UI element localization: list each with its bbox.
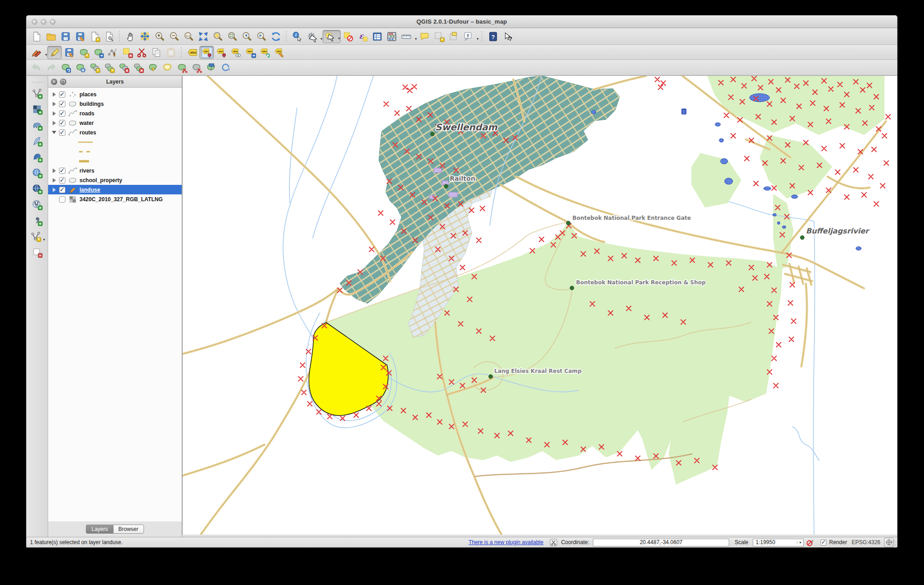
add-raster-layer-icon[interactable]: [29, 102, 45, 117]
layer-visibility-checkbox[interactable]: [59, 168, 65, 174]
expand-icon[interactable]: [51, 178, 57, 183]
split-features-icon[interactable]: [174, 61, 189, 74]
split-parts-icon[interactable]: [189, 61, 204, 74]
layer-visibility-checkbox[interactable]: [59, 120, 65, 126]
add-wcs-layer-icon[interactable]: [29, 181, 45, 196]
remove-layer-icon[interactable]: [29, 245, 45, 260]
titlebar[interactable]: QGIS 2.0.1-Dufour – basic_map: [26, 15, 897, 28]
expand-icon[interactable]: [51, 188, 57, 192]
move-label-icon[interactable]: abc: [243, 46, 258, 59]
node-tool-icon[interactable]: [105, 46, 120, 59]
zoom-window-button[interactable]: [50, 19, 55, 25]
zoom-full-icon[interactable]: [196, 30, 210, 43]
save-project-icon[interactable]: [58, 30, 73, 43]
plugin-available-link[interactable]: There is a new plugin available: [468, 539, 543, 545]
plugin-icon[interactable]: [550, 539, 557, 546]
show-bookmarks-icon[interactable]: [446, 30, 461, 43]
move-feature-icon[interactable]: [91, 46, 105, 59]
delete-part-icon[interactable]: [131, 61, 145, 74]
zoom-next-icon[interactable]: [254, 30, 268, 43]
new-shapefile-layer-icon[interactable]: *▼: [29, 229, 45, 244]
rotate-feature-icon[interactable]: [58, 61, 73, 74]
new-print-composer-icon[interactable]: *: [87, 30, 102, 43]
simplify-feature-icon[interactable]: [73, 61, 87, 74]
layer-visibility-checkbox[interactable]: [59, 101, 65, 107]
toggle-editing-icon[interactable]: [47, 46, 62, 59]
layer-item-water[interactable]: water: [48, 118, 182, 128]
add-ring-icon[interactable]: *: [87, 61, 102, 74]
layer-item-roads[interactable]: roads: [48, 109, 182, 118]
layer-visibility-checkbox[interactable]: [59, 177, 65, 183]
cut-features-icon[interactable]: [134, 46, 149, 59]
zoom-last-icon[interactable]: [239, 30, 254, 43]
expand-icon[interactable]: [51, 131, 57, 134]
add-wfs-layer-icon[interactable]: [29, 197, 45, 212]
layer-visibility-checkbox[interactable]: [59, 91, 65, 98]
expand-icon[interactable]: [51, 121, 57, 125]
delete-selected-icon[interactable]: [120, 46, 134, 59]
open-project-icon[interactable]: [44, 30, 58, 43]
add-delimited-text-layer-icon[interactable]: [29, 213, 45, 228]
change-label-icon[interactable]: abc: [272, 46, 287, 59]
zoom-to-selection-icon[interactable]: [210, 30, 225, 43]
labeling-icon[interactable]: abc: [185, 46, 199, 59]
expand-icon[interactable]: [51, 169, 57, 173]
coordinate-input[interactable]: [593, 539, 729, 546]
text-annotation-icon[interactable]: T▼: [461, 30, 479, 43]
toolbar-drag-handle[interactable]: [32, 80, 42, 84]
tab-layers[interactable]: Layers: [86, 525, 113, 534]
whats-this-icon[interactable]: ?: [500, 30, 515, 43]
map-tips-icon[interactable]: [417, 30, 432, 43]
layer-item-buildings[interactable]: buildings: [48, 99, 182, 109]
add-spatialite-layer-icon[interactable]: [29, 134, 45, 149]
composer-manager-icon[interactable]: [102, 30, 116, 43]
current-edits-icon[interactable]: ▼: [29, 46, 47, 59]
help-icon[interactable]: ?: [486, 30, 500, 43]
stop-render-icon[interactable]: [806, 539, 814, 546]
offset-curve-icon[interactable]: [160, 61, 174, 74]
new-bookmark-icon[interactable]: *: [432, 30, 446, 43]
field-calculator-icon[interactable]: [384, 30, 399, 43]
add-wms-layer-icon[interactable]: [29, 165, 45, 180]
add-part-icon[interactable]: *: [102, 61, 116, 74]
layer-item-rivers[interactable]: rivers: [48, 166, 182, 175]
measure-icon[interactable]: ▼: [399, 30, 417, 43]
close-window-button[interactable]: [32, 19, 37, 25]
select-features-icon[interactable]: ▼: [323, 30, 341, 43]
layer-item-school_property[interactable]: school_property: [48, 175, 182, 185]
layer-item-landuse[interactable]: landuse: [48, 185, 182, 194]
identify-features-icon[interactable]: i: [290, 30, 304, 43]
add-mssql-layer-icon[interactable]: [29, 149, 45, 164]
rotate-point-symbols-icon[interactable]: [218, 61, 233, 74]
pan-map-icon[interactable]: [123, 30, 138, 43]
save-layer-edits-icon[interactable]: [62, 46, 76, 59]
layer-visibility-checkbox[interactable]: [59, 110, 65, 117]
layer-visibility-checkbox[interactable]: [59, 196, 65, 203]
pin-label-icon[interactable]: abc: [199, 46, 214, 59]
refresh-icon[interactable]: [268, 30, 283, 43]
delete-ring-icon[interactable]: [116, 61, 131, 74]
reshape-features-icon[interactable]: [145, 61, 160, 74]
layer-item-routes[interactable]: routes: [48, 128, 182, 137]
show-hide-labels-icon[interactable]: abc: [229, 46, 243, 59]
scale-combo[interactable]: 1:19950 ▼: [753, 539, 804, 546]
deselect-features-icon[interactable]: [341, 30, 355, 43]
layer-visibility-checkbox[interactable]: [59, 187, 65, 193]
rotate-label-icon[interactable]: abc: [258, 46, 272, 59]
zoom-out-icon[interactable]: [167, 30, 181, 43]
merge-selected-features-icon[interactable]: [204, 61, 218, 74]
new-project-icon[interactable]: [29, 30, 44, 43]
render-checkbox[interactable]: [820, 540, 826, 545]
select-by-expression-icon[interactable]: ε: [355, 30, 370, 43]
layer-item-3420C_2010_327_RGB_LATLNG[interactable]: 3420C_2010_327_RGB_LATLNG: [48, 194, 182, 204]
add-vector-layer-icon[interactable]: [29, 86, 45, 101]
run-feature-action-icon[interactable]: ▼: [304, 30, 323, 43]
copy-features-icon[interactable]: [149, 46, 164, 59]
tab-browser[interactable]: Browser: [113, 525, 144, 534]
pan-to-selection-icon[interactable]: [138, 30, 152, 43]
add-feature-icon[interactable]: *: [76, 46, 91, 59]
minimize-window-button[interactable]: [41, 19, 46, 25]
zoom-in-icon[interactable]: [152, 30, 167, 43]
highlight-pinned-labels-icon[interactable]: abc: [214, 46, 229, 59]
zoom-native-icon[interactable]: 1:1: [181, 30, 196, 43]
